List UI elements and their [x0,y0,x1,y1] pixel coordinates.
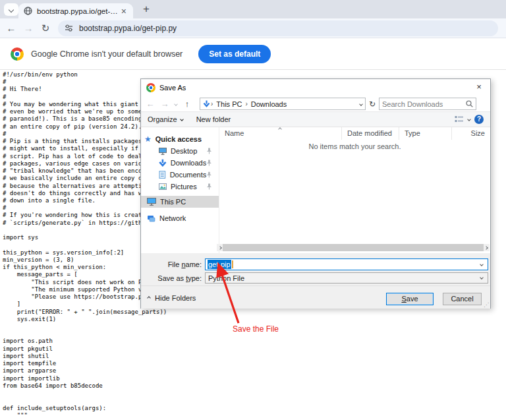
chevron-down-icon [9,7,14,12]
save-as-type-select[interactable]: Python File [205,272,488,284]
tab-search-button[interactable] [4,3,18,16]
default-browser-infobar: Google Chrome isn't your default browser… [0,39,506,70]
organize-label: Organize [148,115,177,123]
pin-icon [206,171,212,178]
column-header-size[interactable]: Size [452,127,490,140]
desktop-label: Desktop [171,147,197,155]
breadcrumb-downloads[interactable]: Downloads [248,100,289,108]
organize-menu[interactable]: Organize [141,115,190,123]
address-dropdown-chevron-icon[interactable] [359,102,363,106]
nav-up-icon[interactable]: ↑ [180,99,194,109]
sidebar-item-quick-access[interactable]: ★ Quick access [141,133,219,145]
dialog-title: Save As [159,84,186,92]
tab-strip: bootstrap.pypa.io/get-pip.py × + [0,0,506,18]
downloads-icon [159,159,167,167]
column-header-name[interactable]: Name [219,127,342,140]
scroll-left-icon[interactable] [218,246,222,250]
file-name-value: get-pip [208,260,231,269]
sort-ascending-icon [278,127,282,131]
folder-tree: ★ Quick access Desktop Downl [141,127,219,253]
help-icon[interactable]: ? [474,115,484,124]
search-icon [466,100,473,107]
dialog-fields: File name: get-pip Save as type: Python … [141,253,490,285]
column-header-date-modified[interactable]: Date modified [342,127,399,140]
dialog-titlebar[interactable]: Save As × [141,79,490,96]
dialog-close-icon[interactable]: × [473,82,485,92]
downloads-label: Downloads [171,159,206,167]
scrollbar-thumb[interactable] [223,244,484,251]
text-caret [232,260,233,268]
pin-icon [206,160,212,166]
horizontal-scrollbar[interactable] [217,244,490,251]
this-pc-label: This PC [160,198,186,206]
dialog-toolbar: Organize New folder ? [141,111,490,127]
view-dropdown-chevron-icon[interactable] [467,117,471,121]
new-tab-button[interactable]: + [140,3,153,16]
dialog-body: ★ Quick access Desktop Downl [141,127,490,253]
save-button[interactable]: Save [386,293,434,305]
infobar-message: Google Chrome isn't your default browser [31,49,183,59]
sidebar-item-pictures[interactable]: Pictures [141,181,219,193]
pictures-label: Pictures [171,183,197,191]
breadcrumb-this-pc[interactable]: This PC [213,100,244,108]
sidebar-item-desktop[interactable]: Desktop [141,145,219,157]
chrome-logo-icon [11,47,24,61]
breadcrumb[interactable]: › This PC › Downloads [200,98,366,110]
tab-title: bootstrap.pypa.io/get-pip.py [37,7,120,15]
new-folder-button[interactable]: New folder [190,115,238,123]
file-name-label: File name: [141,260,202,268]
search-input[interactable] [382,100,466,108]
globe-favicon-icon [24,7,32,15]
back-icon[interactable]: ← [3,22,20,34]
reload-icon[interactable]: ↻ [37,22,54,34]
network-icon [147,215,155,222]
search-box[interactable] [379,98,476,110]
cancel-button[interactable]: Cancel [443,293,482,305]
forward-icon[interactable]: → [20,22,37,34]
set-as-default-button[interactable]: Set as default [198,45,271,63]
this-pc-icon [147,198,156,206]
chevron-down-icon [180,117,184,121]
sidebar-item-downloads[interactable]: Downloads [141,157,219,169]
column-type-label: Type [405,129,420,137]
dialog-footer: Hide Folders Save Cancel ⋰ [141,285,490,309]
documents-label: Documents [170,171,207,179]
url-text: bootstrap.pypa.io/get-pip.py [79,24,177,33]
chevron-up-icon [147,296,151,300]
sidebar-item-network[interactable]: Network [141,212,219,224]
save-as-type-label: Save as type: [141,274,202,282]
network-label: Network [159,214,186,222]
address-bar[interactable]: bootstrap.pypa.io/get-pip.py [58,20,498,36]
column-name-label: Name [225,129,244,137]
sidebar-item-this-pc[interactable]: This PC [141,196,219,208]
tab-close-icon[interactable]: × [120,7,128,16]
tune-icon [65,24,73,32]
scroll-right-icon[interactable] [484,246,488,250]
refresh-icon[interactable]: ↻ [366,100,379,109]
documents-icon [159,171,166,179]
view-details-icon[interactable] [455,115,464,123]
file-list: Name Date modified Type Size No items ma… [219,127,490,253]
save-as-dialog: Save As × ← → ↑ › This PC › Downloads ↻ [140,78,491,309]
hide-folders-label: Hide Folders [155,294,196,302]
column-date-label: Date modified [347,129,392,137]
file-list-header: Name Date modified Type Size [219,127,490,140]
hide-folders-button[interactable]: Hide Folders [148,294,196,302]
save-type-dropdown-chevron-icon [480,276,484,280]
pin-icon [206,148,212,154]
nav-back-icon[interactable]: ← [143,99,157,109]
nav-history-chevron-icon[interactable] [174,102,178,106]
column-size-label: Size [471,129,485,137]
file-name-dropdown-chevron-icon[interactable] [480,262,484,266]
desktop-icon [159,148,167,155]
nav-forward-icon[interactable]: → [157,99,172,109]
chrome-logo-icon [146,83,155,92]
browser-tab[interactable]: bootstrap.pypa.io/get-pip.py × [18,3,133,18]
pin-icon [206,183,212,190]
column-header-type[interactable]: Type [399,127,452,140]
resize-grip-icon[interactable]: ⋰ [484,302,489,308]
quick-access-label: Quick access [155,135,202,143]
file-name-input[interactable]: get-pip [205,258,488,270]
sidebar-item-documents[interactable]: Documents [141,169,219,181]
new-folder-label: New folder [196,115,231,123]
